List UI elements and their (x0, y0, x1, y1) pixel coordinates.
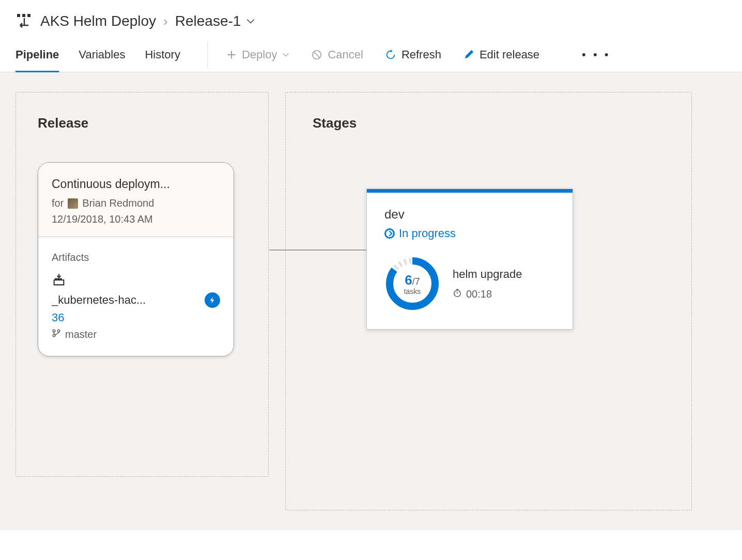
pipeline-canvas: Release Continuous deploym... for Brian … (0, 72, 742, 530)
artifact-build-number[interactable]: 36 (52, 311, 220, 324)
svg-rect-1 (22, 14, 25, 17)
svg-rect-0 (17, 14, 20, 17)
tab-bar: Pipeline Variables History (16, 37, 180, 72)
tab-history[interactable]: History (145, 37, 180, 72)
deploy-label: Deploy (242, 48, 277, 61)
toolbar-separator (207, 41, 208, 68)
more-actions-button[interactable]: • • • (582, 48, 610, 61)
chevron-down-icon (246, 13, 255, 29)
edit-release-button[interactable]: Edit release (463, 48, 539, 61)
breadcrumb-release-name: Release-1 (175, 13, 241, 29)
toolbar-actions: Deploy Cancel Refresh Edit release • • • (226, 48, 611, 61)
avatar (68, 198, 78, 209)
release-selector[interactable]: Release-1 (175, 13, 256, 29)
svg-point-4 (53, 330, 55, 332)
task-elapsed-time: 00:18 (466, 288, 492, 300)
artifact-branch-row: master (52, 329, 220, 340)
cancel-label: Cancel (328, 48, 363, 61)
edit-icon (463, 49, 474, 60)
tasks-label: tasks (404, 287, 421, 295)
stage-card-body: dev In progress 6/7 (367, 193, 573, 329)
artifact-name: _kubernetes-hac... (52, 293, 146, 307)
chevron-down-icon (282, 51, 289, 58)
toolbar: Pipeline Variables History Deploy Cancel… (0, 37, 742, 72)
page-header: AKS Helm Deploy › Release-1 (0, 0, 742, 37)
cancel-icon (311, 49, 322, 60)
tasks-done-count: 6 (405, 272, 412, 288)
artifacts-label: Artifacts (52, 252, 220, 263)
refresh-icon (385, 49, 396, 60)
trigger-bolt-icon (205, 292, 220, 308)
cancel-button[interactable]: Cancel (311, 48, 363, 61)
release-panel: Release Continuous deploym... for Brian … (16, 92, 269, 477)
release-card[interactable]: Continuous deploym... for Brian Redmond … (38, 162, 234, 356)
release-card-artifacts: Artifacts _kubernetes-hac... 36 master (38, 237, 234, 356)
release-card-header: Continuous deploym... for Brian Redmond … (38, 163, 234, 237)
stage-connector-line (269, 250, 366, 251)
branch-icon (52, 329, 61, 340)
current-task-name: helm upgrade (453, 268, 522, 281)
stages-panel: Stages dev In progress (285, 92, 692, 510)
task-progress-donut: 6/7 tasks (384, 256, 440, 312)
svg-point-6 (57, 330, 60, 332)
release-panel-title: Release (38, 115, 246, 131)
stage-status-link[interactable]: In progress (384, 227, 555, 240)
task-elapsed-row: 00:18 (453, 288, 522, 300)
release-requested-for: for Brian Redmond (52, 197, 220, 209)
stage-card-dev[interactable]: dev In progress 6/7 (366, 189, 573, 330)
plus-icon (226, 50, 237, 60)
svg-rect-2 (27, 14, 30, 17)
release-trigger-title: Continuous deploym... (52, 177, 220, 191)
artifact-branch-name: master (65, 329, 97, 340)
artifact-build-icon (52, 273, 220, 289)
tasks-total-count: /7 (412, 276, 420, 287)
release-timestamp: 12/19/2018, 10:43 AM (52, 213, 220, 225)
refresh-button[interactable]: Refresh (385, 48, 441, 61)
release-user-name: Brian Redmond (82, 197, 154, 209)
tab-pipeline[interactable]: Pipeline (16, 37, 59, 72)
edit-release-label: Edit release (480, 48, 539, 61)
stage-name: dev (384, 207, 555, 222)
in-progress-icon (384, 228, 395, 239)
for-prefix: for (52, 197, 64, 209)
task-info: helm upgrade 00:18 (453, 268, 522, 300)
breadcrumb-pipeline-name[interactable]: AKS Helm Deploy (40, 13, 156, 29)
pipeline-definition-icon (16, 12, 33, 30)
tab-variables[interactable]: Variables (79, 37, 125, 72)
breadcrumb-separator-icon: › (163, 13, 168, 29)
stage-status-bar (367, 189, 573, 193)
deploy-button[interactable]: Deploy (226, 48, 289, 61)
stages-panel-title: Stages (313, 115, 664, 131)
artifact-row[interactable]: _kubernetes-hac... (52, 292, 220, 308)
stage-task-row: 6/7 tasks helm upgrade 00:18 (384, 256, 555, 312)
stage-status-text: In progress (399, 227, 456, 240)
stopwatch-icon (453, 288, 462, 300)
refresh-label: Refresh (401, 48, 441, 61)
